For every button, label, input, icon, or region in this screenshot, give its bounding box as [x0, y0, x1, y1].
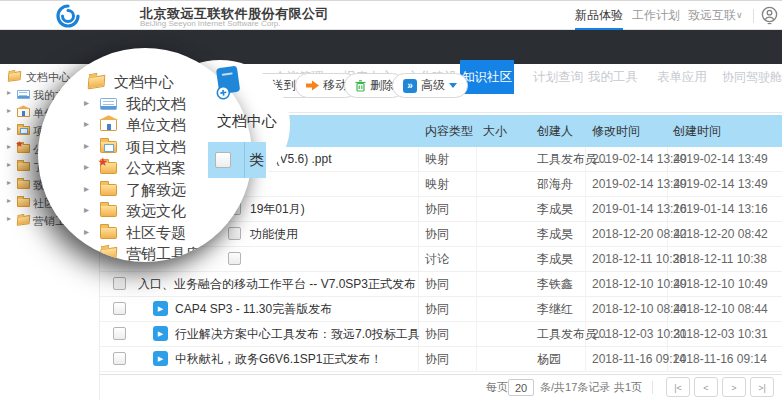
document-name-link[interactable]: 入口、业务融合的移动工作平台 -- V7.0SP3正式发布: [138, 272, 416, 297]
expand-arrow-icon[interactable]: ▸: [7, 196, 11, 205]
folder-open-icon: [88, 75, 106, 90]
folder-star-icon: [100, 162, 117, 174]
created-time: 2018-12-10 08:44: [673, 297, 768, 322]
records-count-label: 条/共17条记录: [540, 375, 610, 400]
creator: 邵海舟: [537, 172, 573, 197]
last-page-button[interactable]: >|: [750, 377, 774, 397]
topmenu-work-plan[interactable]: 工作计划: [632, 1, 680, 30]
magnified-header-cell: 类: [208, 142, 266, 178]
document-name-link[interactable]: CAP4 SP3 - 11.30完善版发布: [175, 297, 332, 322]
tab-my-tools[interactable]: 我的工具: [588, 60, 638, 94]
document-name-link[interactable]: 功能使用: [250, 222, 298, 247]
folder-icon: [17, 198, 30, 207]
created-time: 2018-12-03 10:31: [673, 322, 768, 347]
folder-window-icon: [100, 141, 117, 153]
content-type: 协同: [425, 197, 449, 222]
created-time: 2019-02-14 13:49: [673, 172, 768, 197]
first-page-button[interactable]: |<: [666, 377, 690, 397]
column-header-creator[interactable]: 创建人: [537, 115, 573, 147]
content-type: 映射: [425, 172, 449, 197]
creator: 李成昊: [537, 247, 573, 272]
expand-arrow-icon[interactable]: ▸: [7, 142, 11, 151]
expand-arrow-icon[interactable]: ▸: [7, 106, 11, 115]
prev-page-button[interactable]: <: [694, 377, 718, 397]
per-page-input[interactable]: [508, 379, 534, 396]
expand-arrow-icon[interactable]: ▸: [7, 178, 11, 187]
tab-knowledge-community-active[interactable]: 知识社区: [460, 60, 514, 94]
content-type: 映射: [425, 147, 449, 172]
seeyon-swirl-logo-icon: [56, 4, 80, 28]
dropdown-caret-icon: [449, 83, 457, 88]
column-header-modified[interactable]: 修改时间: [592, 115, 640, 147]
created-time: 2019-02-14 13:49: [673, 147, 768, 172]
content-type: 讨论: [425, 247, 449, 272]
tab-form-apps[interactable]: 表单应用: [657, 60, 707, 94]
content-type: 协同: [425, 322, 449, 347]
expand-arrow-icon[interactable]: ▸: [7, 214, 11, 223]
magnified-tree-item: ▸ 致远文化: [38, 202, 252, 222]
per-page-label: 每页: [486, 375, 508, 400]
folder-icon: [100, 227, 117, 239]
topmenu-seeyon[interactable]: 致远互联: [688, 1, 736, 30]
trash-icon: [355, 80, 366, 92]
document-icon: [100, 98, 117, 110]
folder-icon: [17, 180, 30, 189]
created-time: 2019-01-14 13:16: [673, 197, 768, 222]
advanced-badge-icon: »: [403, 79, 417, 93]
expand-arrow-icon[interactable]: ▸: [7, 160, 11, 169]
creator: 李成昊: [537, 197, 573, 222]
table-row[interactable]: ▶ 讨论 李成昊 2018-12-11 10:38 2018-12-11 10:…: [100, 247, 782, 272]
created-time: 2018-11-16 09:14: [673, 347, 767, 372]
folder-window-icon: [17, 126, 30, 135]
content-type: 协同: [425, 297, 449, 322]
row-checkbox[interactable]: [228, 227, 241, 240]
pagination-bar: 每页 条/共17条记录 共1页 |< < > >|: [100, 374, 782, 400]
creator: 李铁鑫: [537, 272, 573, 297]
created-time: 2018-12-11 10:38: [673, 247, 767, 272]
next-page-button[interactable]: >: [722, 377, 746, 397]
page-count-label: 共1页: [614, 375, 642, 400]
user-account-icon[interactable]: [760, 6, 779, 25]
created-time: 2018-12-20 08:42: [673, 222, 768, 247]
table-row[interactable]: ▶ CAP4 SP3 - 11.30完善版发布 协同 李继红 2018-12-1…: [100, 297, 782, 322]
tab-cockpit[interactable]: 协同驾驶舱: [722, 60, 782, 94]
document-name-link[interactable]: 19年01月): [250, 197, 305, 222]
folder-icon: [100, 184, 117, 196]
row-checkbox[interactable]: [113, 352, 126, 365]
row-checkbox[interactable]: [113, 302, 126, 315]
top-bar: 北京致远互联软件股份有限公司 BeiJing Seeyon Internet S…: [0, 0, 782, 30]
creator: 李继红: [537, 297, 573, 322]
magnified-tree-item: ▸ 了解致远: [38, 181, 252, 201]
table-row[interactable]: ▶ 行业解决方案中心工具发布：致远7.0投标工具 协同 工具发布员... 201…: [100, 322, 782, 347]
house-icon: [100, 119, 117, 131]
row-checkbox[interactable]: [113, 277, 126, 290]
house-icon: [17, 108, 30, 117]
divider: [753, 9, 754, 23]
row-checkbox[interactable]: [228, 252, 241, 265]
column-header-size[interactable]: 大小: [483, 115, 507, 147]
table-row[interactable]: ▶ 中秋献礼，政务G6V6.1SP1正式发布！ 协同 杨园 2018-11-16…: [100, 347, 782, 372]
folder-open-icon: [17, 215, 30, 226]
content-type: 协同: [425, 222, 449, 247]
expand-arrow-icon[interactable]: ▸: [7, 88, 11, 97]
creator: 杨园: [537, 347, 561, 372]
document-name-link[interactable]: 中秋献礼，政务G6V6.1SP1正式发布！: [175, 347, 382, 372]
table-row[interactable]: ▶ 入口、业务融合的移动工作平台 -- V7.0SP3正式发布 协同 李铁鑫 2…: [100, 272, 782, 297]
topmenu-new-experience[interactable]: 新品体验: [575, 1, 623, 30]
move-arrow-icon: [306, 80, 319, 91]
magnified-section-title: 文档中心: [217, 112, 277, 131]
folder-open-icon: [8, 71, 21, 82]
expand-arrow-icon[interactable]: ▸: [7, 124, 11, 133]
document-share-icon: ▶: [153, 301, 168, 316]
chevron-down-icon[interactable]: ∨: [736, 1, 743, 30]
document-name-link[interactable]: 行业解决方案中心工具发布：致远7.0投标工具: [175, 322, 420, 347]
folder-star-icon: [17, 144, 30, 153]
magnified-checkbox: [215, 152, 231, 168]
modified-time: 2018-11-16 09:14: [592, 347, 686, 372]
column-header-created[interactable]: 创建时间: [673, 115, 721, 147]
divider: [244, 142, 245, 178]
advanced-button[interactable]: » 高级: [392, 73, 468, 98]
row-checkbox[interactable]: [113, 327, 126, 340]
tab-plan-query[interactable]: 计划查询: [533, 60, 583, 94]
column-header-type[interactable]: 内容类型: [425, 115, 473, 147]
